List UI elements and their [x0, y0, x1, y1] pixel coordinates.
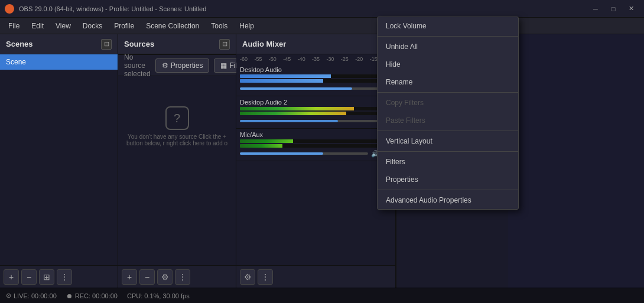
- menu-file[interactable]: File: [2, 19, 25, 32]
- audio-mixer-title: Audio Mixer: [242, 40, 286, 48]
- context-menu-lock-volume[interactable]: Lock Volume: [378, 17, 518, 35]
- context-menu-separator-3: [378, 131, 518, 131]
- context-menu-copy-filters: Copy Filters: [378, 94, 518, 112]
- audio-track-3-meter-top: [240, 139, 392, 143]
- filter-icon: ▦: [220, 61, 227, 70]
- context-menu-vertical-layout[interactable]: Vertical Layout: [378, 132, 518, 150]
- scenes-panel: Scenes ⊟ Scene + − ⊞ ⋮: [0, 34, 118, 288]
- audio-settings-button[interactable]: ⚙: [240, 269, 255, 285]
- slider-fill: [240, 152, 323, 155]
- audio-mixer-header: Audio Mixer: [236, 34, 395, 54]
- audio-scale: -60 -55 -50 -45 -40 -35 -30 -25 -20 -15 …: [236, 54, 395, 64]
- source-properties-button[interactable]: ⚙: [157, 269, 173, 285]
- audio-track-1-name: Desktop Audio: [240, 66, 282, 73]
- no-source-label: No source selected: [124, 53, 151, 78]
- slider-fill: [240, 120, 338, 122]
- scenes-panel-header: Scenes ⊟: [0, 34, 118, 54]
- scene-add-button[interactable]: +: [4, 269, 19, 285]
- main-area: Scenes ⊟ Scene + − ⊞ ⋮ Sources ⊟ No sour…: [0, 34, 644, 288]
- question-icon: ?: [165, 106, 189, 130]
- meter-fill: [240, 139, 293, 143]
- audio-more-button[interactable]: ⋮: [258, 269, 273, 285]
- audio-track-1-meter-top: [240, 74, 392, 78]
- audio-track-2-header: Desktop Audio 2 0.0: [240, 99, 392, 106]
- scene-remove-button[interactable]: −: [21, 269, 37, 285]
- audio-track-1-meter-bot: [240, 79, 392, 83]
- menu-edit[interactable]: Edit: [25, 19, 50, 32]
- context-menu-separator-5: [378, 190, 518, 190]
- context-menu-unhide-all[interactable]: Unhide All: [378, 38, 518, 56]
- audio-track-2-meter-bot: [240, 112, 392, 115]
- slider-fill: [240, 87, 352, 90]
- sources-panel: Sources ⊟ No source selected ⚙ Propertie…: [118, 34, 236, 288]
- menu-docks[interactable]: Docks: [77, 19, 108, 32]
- menu-profile[interactable]: Profile: [108, 19, 140, 32]
- menu-tools[interactable]: Tools: [205, 19, 233, 32]
- context-menu-advanced-audio[interactable]: Advanced Audio Properties: [378, 191, 518, 209]
- statusbar: ⊘ LIVE: 00:00:00 ⏺ REC: 00:00:00 CPU: 0.…: [0, 288, 644, 303]
- menu-view[interactable]: View: [50, 19, 77, 32]
- scene-item[interactable]: Scene: [0, 54, 118, 70]
- audio-track-2-meter-top: [240, 107, 392, 110]
- properties-button[interactable]: ⚙ Properties: [155, 58, 210, 73]
- sources-panel-header: Sources ⊟: [118, 34, 236, 54]
- menu-scene-collection[interactable]: Scene Collection: [140, 19, 205, 32]
- minimize-button[interactable]: ─: [587, 3, 604, 15]
- scene-filter-button[interactable]: ⊞: [39, 269, 54, 285]
- sources-maximize-button[interactable]: ⊟: [219, 39, 230, 50]
- meter-fill: [240, 107, 354, 110]
- cpu-label: CPU: 0.1%, 30.00 fps: [127, 292, 190, 299]
- meter-fill: [240, 79, 323, 83]
- context-menu-filters[interactable]: Filters: [378, 153, 518, 171]
- status-live: ⊘ LIVE: 00:00:00: [6, 292, 57, 299]
- scenes-footer: + − ⊞ ⋮: [0, 265, 118, 288]
- audio-track-2-slider[interactable]: [240, 120, 380, 122]
- context-menu-hide[interactable]: Hide: [378, 56, 518, 73]
- sources-empty-text: You don't have any source Click the + bu…: [124, 133, 230, 146]
- titlebar-controls: ─ □ ✕: [587, 3, 639, 15]
- menu-help[interactable]: Help: [233, 19, 260, 32]
- no-signal-icon: ⊘: [6, 292, 11, 299]
- context-menu-separator-4: [378, 151, 518, 152]
- meter-fill: [240, 74, 331, 78]
- audio-mixer-panel: Audio Mixer -60 -55 -50 -45 -40 -35 -30 …: [236, 34, 396, 288]
- rec-icon: ⏺: [66, 292, 73, 299]
- audio-track-3-slider-row: 🔊 ⋮: [240, 149, 392, 158]
- context-menu-properties[interactable]: Properties: [378, 171, 518, 188]
- audio-track-3: Mic/Aux -2.1 🔊 ⋮: [236, 129, 395, 161]
- context-menu-paste-filters: Paste Filters: [378, 112, 518, 129]
- sources-footer: + − ⚙ ⋮: [118, 265, 236, 288]
- menubar: File Edit View Docks Profile Scene Colle…: [0, 18, 644, 34]
- source-add-button[interactable]: +: [122, 269, 137, 285]
- audio-track-3-name: Mic/Aux: [240, 131, 263, 138]
- rec-timer: REC: 00:00:00: [75, 292, 118, 299]
- audio-track-3-meter-bot: [240, 144, 392, 148]
- audio-track-3-slider[interactable]: [240, 152, 368, 155]
- app-icon: [5, 4, 14, 14]
- context-menu-separator-1: [378, 36, 518, 37]
- audio-track-1-slider[interactable]: [240, 87, 380, 90]
- gear-icon: ⚙: [162, 61, 168, 70]
- context-menu-rename[interactable]: Rename: [378, 73, 518, 91]
- live-timer: LIVE: 00:00:00: [14, 292, 57, 299]
- scene-more-button[interactable]: ⋮: [57, 269, 72, 285]
- meter-fill: [240, 112, 346, 115]
- maximize-button[interactable]: □: [605, 3, 622, 15]
- audio-footer: ⚙ ⋮: [236, 265, 395, 288]
- source-remove-button[interactable]: −: [139, 269, 155, 285]
- sources-empty-message: ? You don't have any source Click the + …: [118, 76, 236, 177]
- scenes-maximize-button[interactable]: ⊟: [101, 39, 112, 50]
- audio-track-1-slider-row: 🔊: [240, 84, 392, 93]
- audio-track-3-header: Mic/Aux -2.1: [240, 131, 392, 138]
- status-rec: ⏺ REC: 00:00:00: [66, 292, 118, 299]
- source-more-button[interactable]: ⋮: [175, 269, 190, 285]
- sources-panel-title: Sources: [124, 40, 154, 48]
- audio-track-2-slider-row: 🔊: [240, 116, 392, 126]
- close-button[interactable]: ✕: [623, 3, 639, 15]
- audio-track-1-header: Desktop Audio: [240, 66, 392, 73]
- audio-track-2-name: Desktop Audio 2: [240, 99, 287, 106]
- sources-top: Sources ⊟: [118, 34, 236, 55]
- context-menu-separator-2: [378, 92, 518, 93]
- context-menu: Lock Volume Unhide All Hide Rename Copy …: [377, 17, 519, 210]
- titlebar-title: OBS 29.0.0 (64-bit, windows) - Profile: …: [19, 5, 587, 12]
